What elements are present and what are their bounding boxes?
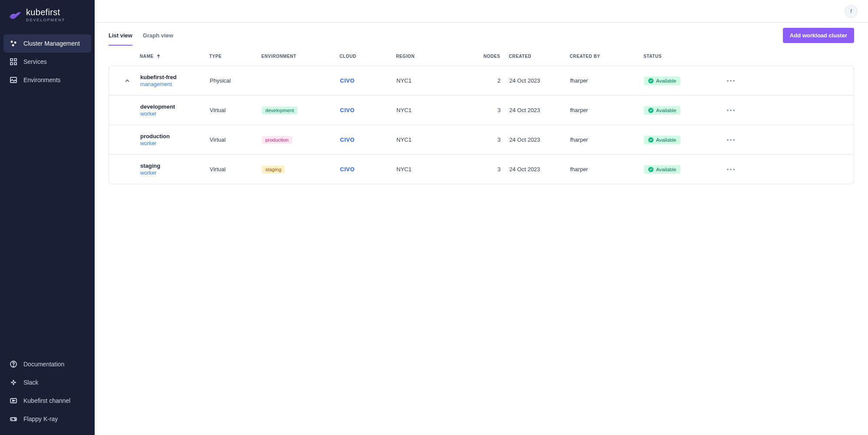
grid-icon bbox=[10, 58, 17, 66]
sidebar-label: Kubefirst channel bbox=[23, 397, 70, 404]
tab-graph-view[interactable]: Graph view bbox=[143, 25, 173, 46]
cluster-nodes: 2 bbox=[457, 77, 509, 84]
view-tabs: List view Graph view bbox=[109, 25, 173, 46]
chevron-up-icon[interactable] bbox=[124, 78, 130, 84]
sidebar-label: Flappy K-ray bbox=[23, 415, 58, 422]
cluster-type: Virtual bbox=[210, 166, 262, 173]
table-row[interactable]: development worker Virtual development C… bbox=[109, 95, 854, 125]
svg-point-17 bbox=[15, 419, 16, 420]
sidebar-label: Environments bbox=[23, 76, 61, 83]
check-icon bbox=[648, 167, 653, 172]
sidebar-item-documentation[interactable]: Documentation bbox=[3, 355, 91, 373]
logo[interactable]: kubefirst DEVELOPMENT bbox=[0, 0, 95, 26]
status-badge: Available bbox=[644, 136, 680, 144]
cloud-logo: CIVO bbox=[340, 136, 355, 143]
svg-rect-3 bbox=[10, 59, 13, 61]
svg-point-1 bbox=[14, 42, 17, 44]
cluster-created-by: fharper bbox=[570, 107, 644, 113]
sidebar-label: Services bbox=[23, 58, 47, 65]
check-icon bbox=[648, 78, 653, 83]
cluster-role-link[interactable]: management bbox=[140, 81, 210, 87]
cluster-type: Virtual bbox=[210, 107, 262, 113]
cluster-role-link[interactable]: worker bbox=[140, 170, 210, 176]
cluster-type: Virtual bbox=[210, 136, 262, 143]
cluster-name: development bbox=[140, 103, 210, 110]
svg-rect-4 bbox=[14, 59, 17, 61]
cluster-created-by: fharper bbox=[570, 166, 644, 173]
environment-tag: development bbox=[262, 106, 297, 114]
table-header: NAME TYPE ENVIRONMENT CLOUD REGION NODES… bbox=[109, 48, 854, 65]
svg-point-9 bbox=[13, 366, 13, 366]
add-workload-cluster-button[interactable]: Add workload cluster bbox=[783, 28, 854, 43]
cluster-created: 24 Oct 2023 bbox=[509, 136, 570, 143]
svg-rect-12 bbox=[13, 380, 14, 382]
cluster-region: NYC1 bbox=[396, 77, 457, 84]
cloud-logo: CIVO bbox=[340, 166, 355, 173]
status-badge: Available bbox=[644, 76, 680, 85]
sidebar-label: Slack bbox=[23, 379, 38, 386]
image-icon bbox=[10, 76, 17, 84]
col-type[interactable]: TYPE bbox=[209, 54, 261, 59]
table-row[interactable]: production worker Virtual production CIV… bbox=[109, 125, 854, 154]
more-actions-button[interactable] bbox=[727, 139, 735, 141]
table-row[interactable]: staging worker Virtual staging CIVO NYC1… bbox=[109, 154, 854, 184]
cluster-nodes: 3 bbox=[457, 136, 509, 143]
cloud-logo: CIVO bbox=[340, 77, 355, 84]
cluster-role-link[interactable]: worker bbox=[140, 140, 210, 146]
more-actions-button[interactable] bbox=[727, 110, 735, 111]
check-icon bbox=[648, 137, 653, 143]
sidebar-item-kubefirst-channel[interactable]: Kubefirst channel bbox=[3, 392, 91, 410]
col-created-by[interactable]: CREATED BY bbox=[570, 54, 644, 59]
tab-list-view[interactable]: List view bbox=[109, 25, 132, 46]
cluster-name: kubefirst-fred bbox=[140, 74, 210, 80]
cluster-created: 24 Oct 2023 bbox=[509, 166, 570, 173]
nodes-icon bbox=[10, 40, 17, 47]
col-nodes[interactable]: NODES bbox=[457, 54, 509, 59]
environment-tag: staging bbox=[262, 166, 285, 173]
svg-rect-5 bbox=[10, 63, 13, 65]
svg-rect-10 bbox=[11, 382, 13, 383]
svg-rect-13 bbox=[13, 383, 14, 385]
main: f List view Graph view Add workload clus… bbox=[95, 0, 868, 435]
cluster-created: 24 Oct 2023 bbox=[509, 77, 570, 84]
status-badge: Available bbox=[644, 106, 680, 115]
col-environment[interactable]: ENVIRONMENT bbox=[261, 54, 340, 59]
col-region[interactable]: REGION bbox=[396, 54, 457, 59]
cloud-logo: CIVO bbox=[340, 107, 355, 113]
sidebar: kubefirst DEVELOPMENT Cluster Management… bbox=[0, 0, 95, 435]
cluster-region: NYC1 bbox=[396, 166, 457, 173]
gamepad-icon bbox=[10, 415, 17, 423]
cluster-created: 24 Oct 2023 bbox=[509, 107, 570, 113]
cluster-nodes: 3 bbox=[457, 166, 509, 173]
toolbar: List view Graph view Add workload cluste… bbox=[109, 23, 854, 48]
environment-tag: production bbox=[262, 136, 292, 144]
topbar: f bbox=[95, 0, 868, 23]
cluster-name: staging bbox=[140, 163, 210, 169]
cluster-region: NYC1 bbox=[396, 107, 457, 113]
table-row[interactable]: kubefirst-fred management Physical CIVO … bbox=[109, 66, 854, 95]
sidebar-item-slack[interactable]: Slack bbox=[3, 373, 91, 392]
svg-rect-6 bbox=[14, 63, 17, 65]
brand-name: kubefirst bbox=[26, 8, 65, 17]
video-icon bbox=[10, 397, 17, 405]
avatar[interactable]: f bbox=[845, 5, 858, 18]
col-status[interactable]: STATUS bbox=[644, 54, 713, 59]
more-actions-button[interactable] bbox=[727, 80, 735, 82]
col-created[interactable]: CREATED bbox=[509, 54, 570, 59]
nav-main: Cluster Management Services Environments bbox=[0, 26, 95, 89]
cluster-table: kubefirst-fred management Physical CIVO … bbox=[109, 66, 854, 184]
sidebar-label: Cluster Management bbox=[23, 40, 80, 47]
sidebar-item-environments[interactable]: Environments bbox=[3, 71, 91, 89]
cluster-role-link[interactable]: worker bbox=[140, 111, 210, 117]
sidebar-item-flappy-kray[interactable]: Flappy K-ray bbox=[3, 410, 91, 428]
col-name[interactable]: NAME bbox=[140, 54, 209, 59]
logo-icon bbox=[8, 8, 22, 22]
col-cloud[interactable]: CLOUD bbox=[340, 54, 396, 59]
sidebar-item-services[interactable]: Services bbox=[3, 53, 91, 71]
status-badge: Available bbox=[644, 165, 680, 174]
svg-rect-11 bbox=[14, 382, 16, 383]
sidebar-item-cluster-management[interactable]: Cluster Management bbox=[3, 34, 91, 53]
svg-point-0 bbox=[11, 41, 13, 43]
slack-icon bbox=[10, 379, 17, 386]
more-actions-button[interactable] bbox=[727, 169, 735, 170]
